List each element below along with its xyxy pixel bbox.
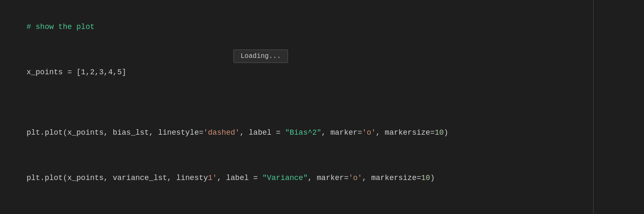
bias-marker-prefix: , marker= [321,128,362,137]
bias-close: ) [444,128,448,137]
bias-markersize-prefix: , markersize= [376,128,435,137]
xpoints-assignment: x_points = [1,2,3,4,5] [26,68,126,76]
code-line-4: plt.plot(x_points, bias_lst, linestyle='… [8,110,636,155]
bias-linestyle: 'dashed' [204,128,240,137]
code-line-1: # show the plot [8,4,636,50]
variance-label-val: "Variance" [262,174,308,182]
bias-plot-prefix: plt.plot(x_points, bias_lst, linestyle= [26,128,203,137]
variance-marker-prefix: , marker= [308,174,348,182]
variance-label-prefix: , label = [217,174,262,182]
variance-linestyle: 1' [208,174,217,182]
variance-markersize-prefix: , markersize= [362,174,421,182]
code-line-5: plt.plot(x_points, variance_lst, linesty… [8,155,636,201]
loading-text: Loading... [241,52,281,60]
comment-show-plot: # show the plot [26,23,94,31]
code-editor: # show the plot x_points = [1,2,3,4,5] p… [0,0,644,214]
bias-label-val: "Bias^2" [285,128,321,137]
code-line-2: x_points = [1,2,3,4,5] [8,50,636,95]
loading-tooltip: Loading... [233,50,288,63]
bias-markersize-val: 10 [435,128,444,137]
code-line-6: plt.plot(x_points, total_error, linestyl… [8,201,636,214]
code-line-3 [8,95,636,110]
bias-marker-val: 'o' [362,128,376,137]
variance-close: ) [430,174,435,182]
variance-markersize-val: 10 [421,174,430,182]
variance-plot-prefix: plt.plot(x_points, variance_lst, linesty [26,174,208,182]
bias-label-prefix: , label = [240,128,285,137]
variance-marker-val: 'o' [348,174,362,182]
